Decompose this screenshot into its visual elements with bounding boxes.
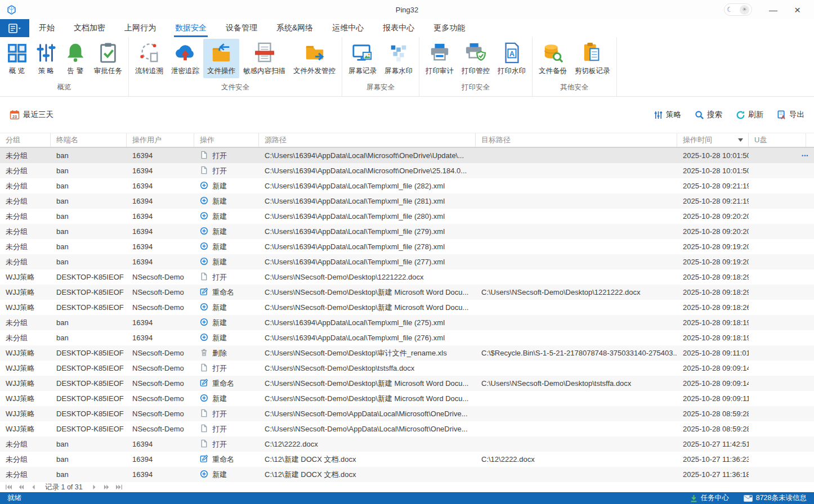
table-row[interactable]: 未分组ban16394新建C:\Users\16394\AppData\Loca…	[0, 224, 814, 239]
table-row[interactable]: 未分组ban16394新建C:\Users\16394\AppData\Loca…	[0, 239, 814, 254]
ribbon-group-other-security: 文件备份 剪切板记录 其他安全	[533, 37, 617, 96]
column-header-usb[interactable]: U盘	[749, 133, 806, 147]
close-button[interactable]: ×	[794, 4, 800, 15]
app-menu-button[interactable]	[0, 19, 29, 37]
table-row[interactable]: WJJ策略DESKTOP-K85IEOFNSecsoft-Demo删除C:\Us…	[0, 345, 814, 361]
cell-group: 未分组	[0, 148, 51, 163]
theme-toggle[interactable]: ☾ ☀	[724, 3, 752, 16]
cell-operation: 新建	[194, 315, 259, 330]
policy-button[interactable]: 策略	[654, 110, 681, 120]
table-row[interactable]: 未分组ban16394新建C:\Users\16394\AppData\Loca…	[0, 315, 814, 330]
cell-operation: 删除	[194, 345, 259, 361]
ribbon-group-print-security: 打印审计 打印管控 A 打印水印 打印安全	[419, 37, 533, 96]
table-row[interactable]: 未分组ban16394新建C:\Users\16394\AppData\Loca…	[0, 194, 814, 209]
cell-operation: 新建	[194, 300, 259, 315]
column-header-source-path[interactable]: 源路径	[259, 133, 476, 147]
sort-filter-arrow-icon[interactable]	[738, 138, 743, 142]
cell-operation: 打开	[194, 269, 259, 285]
cell-time: 2025-10-28 08:59:28	[677, 406, 749, 421]
cell-group: 未分组	[0, 163, 51, 178]
search-button[interactable]: 搜索	[695, 110, 722, 120]
table-row[interactable]: 未分组ban16394新建C:\Users\16394\AppData\Loca…	[0, 330, 814, 345]
table-row[interactable]: 未分组ban16394新建C:\12\新建 DOCX 文档.docx2025-1…	[0, 467, 814, 482]
fast-previous-button[interactable]	[17, 484, 25, 490]
cell-source-path: C:\Users\16394\AppData\Local\Temp\xml_fi…	[259, 239, 476, 254]
tab-start[interactable]: 开始	[29, 19, 64, 37]
unread-messages-button[interactable]: 8728条未读信息	[744, 493, 807, 503]
row-actions-menu-icon[interactable]: •••	[802, 148, 809, 163]
cell-source-path: C:\Users\16394\AppData\Local\Temp\xml_fi…	[259, 254, 476, 269]
cell-terminal: ban	[51, 330, 127, 345]
tab-device-management[interactable]: 设备管理	[216, 19, 267, 37]
cell-target-path	[476, 330, 677, 345]
ribbon-button-file-backup[interactable]: 文件备份	[535, 39, 571, 78]
cell-target-path	[476, 406, 677, 421]
table-row[interactable]: 未分组ban16394打开C:\Users\16394\AppData\Loca…	[0, 163, 814, 178]
table-row[interactable]: WJJ策略DESKTOP-K85IEOFNSecsoft-Demo重命名C:\U…	[0, 285, 814, 300]
ribbon-button-file-outgoing-control[interactable]: 文件外发管控	[289, 39, 339, 78]
refresh-button[interactable]: 刷新	[736, 110, 763, 120]
ribbon-button-policy[interactable]: 策 略	[32, 39, 61, 78]
tab-system-network[interactable]: 系统&网络	[267, 19, 323, 37]
ribbon-button-flow-trace[interactable]: 流转追溯	[131, 39, 167, 78]
ribbon-button-print-control[interactable]: 打印管控	[458, 39, 494, 78]
cell-user: 16394	[127, 436, 194, 452]
tab-report-center[interactable]: 报表中心	[373, 19, 424, 37]
date-range-filter[interactable]: 23 最近三天	[10, 110, 53, 120]
ribbon-button-approval-tasks[interactable]: 审批任务	[90, 39, 126, 78]
table-row[interactable]: 未分组ban16394打开C:\Users\16394\AppData\Loca…	[0, 148, 814, 163]
ribbon-button-content-scan[interactable]: 敏感内容扫描	[239, 39, 289, 78]
ribbon-button-clipboard-record[interactable]: 剪切板记录	[571, 39, 614, 78]
cell-target-path	[476, 194, 677, 209]
table-row[interactable]: WJJ策略DESKTOP-K85IEOFNSecsoft-Demo打开C:\Us…	[0, 361, 814, 376]
cell-target-path	[476, 224, 677, 239]
table-row[interactable]: 未分组ban16394重命名C:\12\新建 DOCX 文档.docxC:\12…	[0, 452, 814, 467]
column-header-terminal[interactable]: 终端名	[51, 133, 127, 147]
ribbon-button-leak-tracking[interactable]: 泄密追踪	[167, 39, 203, 78]
table-row[interactable]: WJJ策略DESKTOP-K85IEOFNSecsoft-Demo新建C:\Us…	[0, 300, 814, 315]
ribbon-button-alerts[interactable]: 告 警	[61, 39, 90, 78]
tab-doc-encryption[interactable]: 文档加密	[64, 19, 115, 37]
table-row[interactable]: WJJ策略DESKTOP-K85IEOFNSecsoft-Demo打开C:\Us…	[0, 421, 814, 436]
column-header-time[interactable]: 操作时间	[677, 133, 749, 147]
ribbon-button-screen-watermark[interactable]: 屏幕水印	[381, 39, 417, 78]
table-row[interactable]: 未分组ban16394新建C:\Users\16394\AppData\Loca…	[0, 209, 814, 224]
cell-operation: 打开	[194, 148, 259, 163]
new-operation-icon	[200, 212, 212, 222]
table-row[interactable]: 未分组ban16394打开C:\12\2222.docx2025-10-27 1…	[0, 436, 814, 452]
tab-data-security[interactable]: 数据安全	[166, 19, 216, 37]
ribbon-button-screen-record[interactable]: 屏幕记录	[345, 39, 381, 78]
export-button[interactable]: 导出	[777, 110, 804, 120]
tab-web-behavior[interactable]: 上网行为	[115, 19, 166, 37]
ribbon-button-overview[interactable]: 概 览	[2, 39, 32, 78]
sun-icon: ☀	[742, 7, 747, 12]
table-row[interactable]: WJJ策略DESKTOP-K85IEOFNSecsoft-Demo新建C:\Us…	[0, 391, 814, 406]
tab-more-features[interactable]: 更多功能	[424, 19, 475, 37]
last-page-button[interactable]	[115, 484, 123, 490]
column-header-user[interactable]: 操作用户	[127, 133, 194, 147]
ribbon-button-print-watermark[interactable]: A 打印水印	[494, 39, 530, 78]
next-page-button[interactable]	[91, 484, 98, 490]
column-header-target-path[interactable]: 目标路径	[476, 133, 677, 147]
table-row[interactable]: WJJ策略DESKTOP-K85IEOFNSecsoft-Demo重命名C:\U…	[0, 376, 814, 391]
cell-terminal: DESKTOP-K85IEOF	[51, 269, 127, 285]
cell-source-path: C:\Users\16394\AppData\Local\Microsoft\O…	[259, 163, 476, 178]
table-row[interactable]: 未分组ban16394新建C:\Users\16394\AppData\Loca…	[0, 178, 814, 194]
cell-target-path	[476, 315, 677, 330]
task-center-button[interactable]: 任务中心	[690, 493, 729, 503]
column-header-operation[interactable]: 操作	[194, 133, 259, 147]
table-row[interactable]: 未分组ban16394新建C:\Users\16394\AppData\Loca…	[0, 254, 814, 269]
ribbon-button-print-audit[interactable]: 打印审计	[422, 39, 458, 78]
table-row[interactable]: WJJ策略DESKTOP-K85IEOFNSecsoft-Demo打开C:\Us…	[0, 406, 814, 421]
ribbon-button-file-operations[interactable]: 文件操作	[203, 39, 239, 78]
table-row[interactable]: WJJ策略DESKTOP-K85IEOFNSecsoft-Demo打开C:\Us…	[0, 269, 814, 285]
tab-ops-center[interactable]: 运维中心	[323, 19, 373, 37]
fast-next-button[interactable]	[103, 484, 110, 490]
previous-page-button[interactable]	[30, 484, 37, 490]
first-page-button[interactable]	[5, 484, 12, 490]
cell-user: 16394	[127, 452, 194, 467]
cell-user: NSecsoft-Demo	[127, 421, 194, 436]
minimize-button[interactable]: —	[769, 6, 777, 14]
cell-terminal: DESKTOP-K85IEOF	[51, 300, 127, 315]
column-header-group[interactable]: 分组	[0, 133, 51, 147]
